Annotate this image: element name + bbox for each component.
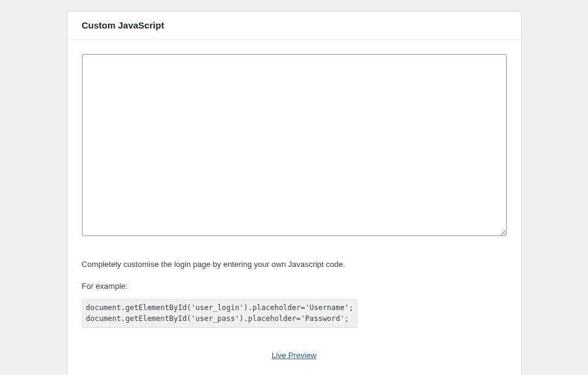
description-text: Completely customise the login page by e… (82, 258, 507, 271)
example-code-block: document.getElementById('user_login').pl… (82, 299, 358, 328)
panel-header: Custom JavaScript (67, 12, 521, 39)
panel-body: Completely customise the login page by e… (67, 39, 521, 375)
preview-link-wrapper: Live Preview (82, 351, 507, 360)
custom-javascript-panel: Custom JavaScript Completely customise t… (67, 11, 522, 375)
example-label: For example: (82, 282, 507, 291)
custom-js-textarea[interactable] (82, 54, 507, 236)
live-preview-link[interactable]: Live Preview (272, 351, 317, 360)
panel-title: Custom JavaScript (82, 20, 507, 30)
